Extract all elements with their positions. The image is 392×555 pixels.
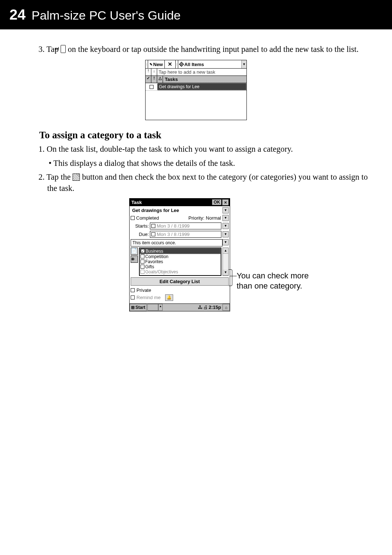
step-num: 2. — [38, 172, 45, 181]
recurrence-field[interactable]: This item occurs once. — [131, 239, 222, 246]
taskbar: ⊞ Start ▴ 🖧 🖨 2:15p ⌂ — [130, 303, 230, 311]
tasks-col[interactable]: Tasks — [163, 76, 246, 83]
due-label: Due: — [131, 232, 149, 237]
scroll-down-icon[interactable]: ▼ — [223, 270, 228, 276]
tasks-app-screenshot: ⋮ ✎New ✕ ⋮ All Items ▼ ! ↓ Tap here to a… — [145, 60, 247, 120]
keyboard-button[interactable] — [147, 304, 158, 311]
column-headers: ✓ ! △ Tasks — [146, 76, 246, 83]
category-item[interactable]: Goals/Objectives — [140, 269, 221, 274]
remind-label: Remind me — [136, 295, 160, 300]
category-item[interactable]: Favorites — [140, 259, 221, 264]
task-list-empty-area — [146, 91, 246, 120]
priority-col[interactable]: ! — [151, 76, 157, 83]
alarm-button[interactable]: 🔔 — [165, 294, 173, 301]
page-number: 24 — [9, 7, 26, 23]
due-row: Due: Mon 3 / 8 /1999 ▼ — [131, 231, 229, 238]
scroll-track[interactable] — [223, 254, 228, 270]
dropdown-arrow-icon[interactable]: ▼ — [241, 60, 246, 68]
categories-tab-icon[interactable]: ◈ — [131, 256, 138, 263]
dropdown-arrow-icon[interactable]: ▼ — [222, 215, 229, 221]
annotation-callout: You can check more than one category. — [237, 198, 317, 291]
new-task-input[interactable]: Tap here to add a new task — [157, 69, 246, 76]
notes-tab-icon[interactable]: 📄 — [131, 248, 138, 255]
category-item[interactable]: Competition — [140, 254, 221, 259]
toolbar: ⋮ ✎New ✕ ⋮ All Items ▼ — [146, 60, 246, 69]
header-title: Palm-size PC User's Guide — [32, 8, 181, 22]
step-text-pre: Tap the — [46, 172, 73, 181]
starts-row: Starts: Mon 3 / 8 /1999 ▼ — [131, 223, 229, 229]
private-label: Private — [136, 287, 151, 293]
filter-dropdown[interactable]: All Items — [178, 60, 241, 68]
edit-category-button[interactable]: Edit Category List — [131, 277, 229, 286]
step-text-post: on the keyboard or tap outside the handw… — [66, 45, 359, 54]
starts-field[interactable]: Mon 3 / 8 /1999 — [150, 223, 221, 229]
task-name-row: Get drawings for Lee ▼ — [131, 207, 229, 213]
dropdown-arrow-icon[interactable]: ▼ — [222, 223, 229, 229]
remind-row: Remind me 🔔 — [131, 294, 229, 301]
x-icon: ✕ — [166, 61, 174, 68]
due-field[interactable]: Mon 3 / 8 /1999 — [150, 231, 221, 238]
task-text: Get drawings for Lee — [157, 83, 246, 90]
task-name-field[interactable]: Get drawings for Lee — [131, 208, 222, 213]
section-heading: To assign a category to a task — [39, 130, 370, 141]
step-num: 3. — [38, 45, 45, 54]
private-row: Private — [131, 287, 229, 293]
titlebar: Task OK × — [130, 199, 230, 206]
step-2: 2. Tap the button and then check the box… — [22, 172, 370, 194]
starts-label: Starts: — [131, 223, 149, 229]
private-checkbox[interactable] — [131, 288, 135, 292]
completed-priority-row: Completed Priority: Normal ▼ — [131, 215, 229, 221]
step-3: 3. Tap ↵ on the keyboard or tap outside … — [22, 44, 370, 55]
sort-icon[interactable]: ↓ — [151, 69, 157, 76]
dropdown-arrow-icon[interactable]: ▼ — [222, 207, 229, 213]
task-checkbox[interactable] — [146, 83, 157, 90]
system-tray: 🖧 🖨 2:15p — [197, 305, 222, 310]
bullet-1: • This displays a dialog that shows the … — [22, 158, 370, 169]
task-row[interactable]: Get drawings for Lee — [146, 83, 246, 91]
remind-checkbox[interactable] — [131, 295, 135, 299]
start-button[interactable]: ⊞ Start — [130, 304, 147, 311]
page-header: 24 Palm-size PC User's Guide — [0, 0, 392, 29]
category-list[interactable]: ✓Business Competition Favorites Gifts Go… — [139, 248, 221, 276]
scroll-up-icon[interactable]: ▲ — [223, 248, 228, 254]
tray-icon[interactable]: 🖧 — [198, 305, 203, 310]
attach-col[interactable]: △ — [157, 76, 163, 83]
home-button[interactable]: ⌂ — [222, 304, 230, 311]
keyboard-toggle-icon[interactable]: ▴ — [158, 304, 163, 311]
ok-button[interactable]: OK — [212, 199, 221, 205]
category-area: 📄 ◈ ✓Business Competition Favorites Gift… — [131, 248, 229, 276]
close-button[interactable]: × — [222, 199, 229, 205]
grip-icon: ⋮ — [176, 60, 178, 68]
step-num: 1. — [38, 144, 45, 154]
new-button[interactable]: ✎New — [148, 60, 165, 68]
diamond-icon — [179, 62, 184, 67]
scrollbar[interactable]: ▲ ▼ — [222, 248, 229, 276]
delete-button[interactable]: ✕ — [165, 60, 176, 68]
dialog-title: Task — [131, 200, 212, 205]
dropdown-arrow-icon[interactable]: ▼ — [222, 239, 229, 245]
completed-label: Completed — [136, 215, 159, 221]
priority-label: Priority: — [188, 215, 204, 221]
due-checkbox[interactable] — [151, 232, 155, 236]
start-icon: ⊞ — [131, 305, 135, 310]
dropdown-arrow-icon[interactable]: ▼ — [222, 231, 229, 237]
grip-icon: ⋮ — [146, 60, 148, 68]
enter-key-icon: ↵ — [61, 45, 66, 53]
clock[interactable]: 2:15p — [209, 305, 221, 310]
priority-icon[interactable]: ! — [146, 69, 151, 76]
step-1: 1. On the task list, double-tap the task… — [22, 144, 370, 155]
step-text-post: button and then check the box next to th… — [47, 172, 368, 192]
completed-checkbox[interactable] — [131, 216, 135, 220]
check-col[interactable]: ✓ — [146, 76, 151, 83]
category-item[interactable]: ✓Business — [140, 248, 221, 254]
task-dialog-screenshot: Task OK × Get drawings for Lee ▼ Complet… — [129, 198, 230, 311]
tray-icon[interactable]: 🖨 — [203, 305, 208, 310]
new-task-row: ! ↓ Tap here to add a new task — [146, 69, 246, 76]
category-button-icon — [73, 174, 80, 181]
priority-value: Normal — [206, 215, 221, 221]
starts-checkbox[interactable] — [151, 224, 155, 228]
recurrence-row: This item occurs once. ▼ — [131, 239, 229, 246]
step-text: On the task list, double-tap the task to… — [47, 144, 293, 154]
category-item[interactable]: Gifts — [140, 264, 221, 269]
